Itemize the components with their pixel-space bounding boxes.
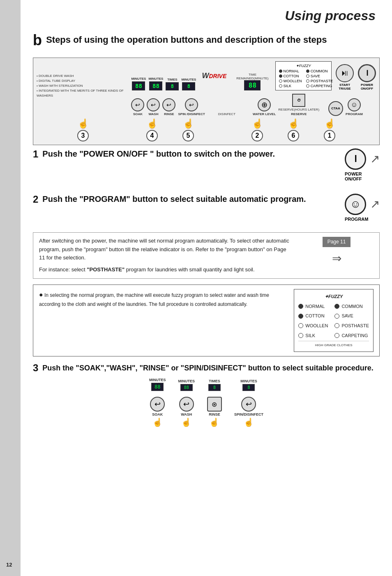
step3-buttons-area: MINUTES 88 ↩ SOAK ☝ MINUTES 88 ↩ WASH ☝ … <box>33 378 380 427</box>
step-num-4: 4 <box>146 130 158 141</box>
ctaa-badge: CTAA <box>328 101 343 116</box>
fuzzy-note-silk: SILK <box>298 332 328 340</box>
step-num-5: 5 <box>182 130 194 141</box>
fuzzy-note-box: ● In selecting the normal program, the m… <box>33 285 380 356</box>
steps-row: ☝ 3 ☝ 4 ☝ 5 ☝ 2 ☝ 6 ☝ 1 <box>37 118 376 141</box>
step-3-num: 3 <box>33 362 38 374</box>
step3-spin-button[interactable]: ↩ <box>241 397 256 412</box>
fuzzy-posthaste-dot <box>306 79 309 83</box>
fuzzy-note-normal-dot <box>298 304 303 309</box>
fuzzy-note-silk-dot <box>298 333 303 338</box>
minutes-label-3: MINUTES <box>181 78 196 81</box>
water-level-group[interactable]: ⊕ WATER LEVEL <box>253 98 276 116</box>
step3-display-2: 88 <box>180 384 193 391</box>
display-1: 88 <box>132 81 145 90</box>
step-1-section: Ⅰ ↗ POWERON/OFF 1 Push the "POWER ON/OFF… <box>33 148 380 185</box>
display-2: 88 <box>149 81 162 90</box>
fuzzy-save: SAVE <box>306 74 333 78</box>
step3-minutes-label-2: MINUTES <box>178 379 195 383</box>
step3-wash-group: MINUTES 88 ↩ WASH ☝ <box>178 379 195 427</box>
hand-1: ☝ <box>324 118 335 129</box>
hand-2: ☝ <box>251 118 263 129</box>
program-button[interactable]: ☺ <box>348 98 361 111</box>
step-1-heading: 1 Push the "POWER ON/OFF " button to swi… <box>33 148 337 160</box>
reserve-group[interactable]: ⏱ RESERVE(HOURS LATER) RESERVE <box>278 94 319 116</box>
fuzzy-note-cotton-dot <box>298 314 303 319</box>
display-group-2: MINUTES 88 <box>148 77 163 90</box>
step3-wash-label: WASH <box>181 412 192 416</box>
rinse-button[interactable]: ↩ <box>162 98 175 111</box>
fuzzy-note-save-dot <box>334 314 339 319</box>
rinse-group[interactable]: ↩ RINSE <box>162 98 175 116</box>
power-button[interactable]: Ⅰ <box>358 64 376 82</box>
water-level-button[interactable]: ⊕ <box>258 98 271 111</box>
disinfect-label: DISINFECT <box>218 112 235 116</box>
fuzzy-note-woollen: WOOLLEN <box>298 322 328 330</box>
step3-soak-hand: ☝ <box>152 417 163 427</box>
step-1-text: Push the "POWER ON/OFF " button to switc… <box>42 149 275 159</box>
spin-disinfect-label: SPIN /DISINFECT <box>178 112 205 116</box>
spin-disinfect-group[interactable]: ↩ SPIN /DISINFECT <box>178 98 205 116</box>
program-label: PROGRAM <box>346 112 363 116</box>
fuzzy-silk-dot <box>279 84 282 88</box>
fuzzy-note-text: ● In selecting the normal program, the m… <box>39 289 286 309</box>
soak-button[interactable]: ↩ <box>131 98 144 111</box>
page-ref-box: Page 11 <box>323 237 351 247</box>
fuzzy-note-common: COMMON <box>334 303 369 310</box>
step-2-heading: 2 Push the "PROGRAM" button to select su… <box>33 194 337 205</box>
sidebar-strip: 12 <box>0 0 21 576</box>
wash-group[interactable]: ↩ WASH <box>147 98 160 116</box>
fuzzy-silk: SILK <box>279 84 302 88</box>
fuzzy-note-posthaste-dot <box>334 323 339 328</box>
time-remained-display: 88 <box>244 80 261 90</box>
fuzzy-note-common-dot <box>334 304 339 309</box>
fuzzy-cotton-dot <box>279 74 282 78</box>
power-label: POWERON/OFF <box>361 83 373 90</box>
step3-soak-button[interactable]: ↩ <box>150 397 165 412</box>
fuzzy-woollen-dot <box>279 79 282 83</box>
fuzzy-carpeting: CARPETING <box>306 84 333 88</box>
step-num-6: 6 <box>288 130 299 141</box>
soak-group[interactable]: ↩ SOAK <box>131 98 144 116</box>
step3-times-label: TIMES <box>209 379 220 383</box>
step-item-3: ☝ 3 <box>77 118 89 141</box>
times-label: TIMES <box>167 78 177 81</box>
hand-5: ☝ <box>182 118 194 129</box>
reserve-button[interactable]: ⏱ <box>292 94 305 107</box>
step3-rinse-button[interactable]: ⊛ <box>207 397 222 412</box>
water-level-label: WATER LEVEL <box>253 112 276 116</box>
hand-4: ☝ <box>146 118 158 129</box>
side-note-3: • WASH WITH STERILIZATION <box>37 83 128 88</box>
fuzzy-note-panel-title: ✦FUZZY <box>298 293 369 301</box>
step3-spin-hand: ☝ <box>244 417 254 427</box>
fuzzy-cotton: COTTON <box>279 74 302 78</box>
wash-button[interactable]: ↩ <box>147 98 160 111</box>
subtitle-text: Steps of using the operation buttons and… <box>46 35 327 45</box>
step-item-2: ☝ 2 <box>251 118 263 141</box>
fuzzy-note-col-right: COMMON SAVE POSTHASTE CARPETING <box>334 303 369 340</box>
start-pause-group[interactable]: ⏯ STARTTR/USE <box>336 64 354 90</box>
info-right-area: Page 11 ⇒ <box>300 237 374 268</box>
ctaa-group: CTAA <box>328 101 343 116</box>
side-notes: • DOUBLE DRIVE WASH • DIGITAL TUBE DISPL… <box>37 61 128 98</box>
display-3: 8 <box>166 82 179 90</box>
fuzzy-note-body: In selecting the normal program, the mac… <box>39 292 269 307</box>
power-group[interactable]: Ⅰ POWERON/OFF <box>358 64 376 90</box>
display-group-1: MINUTES 88 <box>131 77 146 90</box>
program-group[interactable]: ☺ PROGRAM <box>346 98 363 116</box>
spin-disinfect-button[interactable]: ↩ <box>185 98 198 111</box>
reserve-label: RESERVE(HOURS LATER) <box>278 108 319 111</box>
start-pause-button[interactable]: ⏯ <box>336 64 354 82</box>
info-box: After switching on the power, the machin… <box>33 232 380 279</box>
fuzzy-save-dot <box>306 74 309 78</box>
disinfect-group: DISINFECT <box>218 112 235 116</box>
fuzzy-note-carpeting-dot <box>334 333 339 338</box>
page-number: 12 <box>6 562 12 568</box>
fuzzy-col-left: NORMAL COTTON WOOLLEN <box>279 69 302 88</box>
step3-soak-label: SOAK <box>152 412 163 416</box>
step-item-6: ☝ 6 <box>288 118 299 141</box>
step3-rinse-group: TIMES 8 ⊛ RINSE ☝ <box>207 379 222 427</box>
hand-6: ☝ <box>288 118 299 129</box>
info-text-area: After switching on the power, the machin… <box>39 237 291 274</box>
step3-wash-button[interactable]: ↩ <box>179 397 194 412</box>
